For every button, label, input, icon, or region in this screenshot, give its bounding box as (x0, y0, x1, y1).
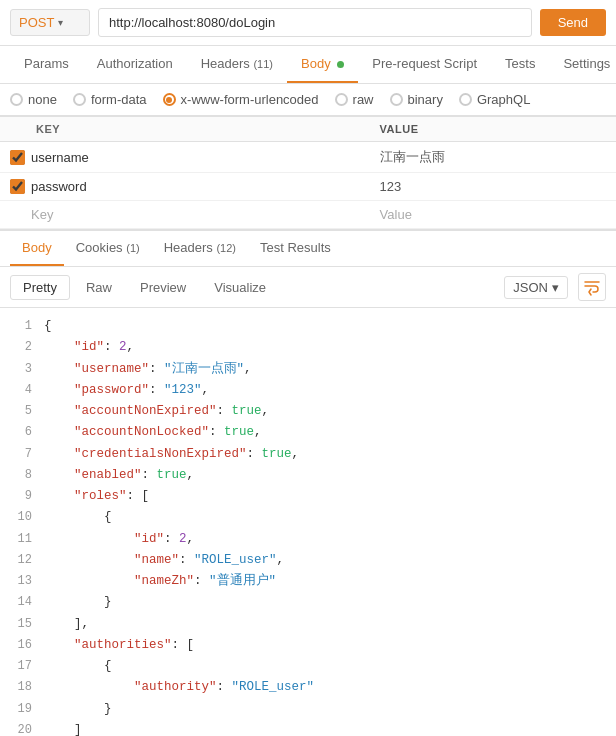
line-code: { (44, 507, 112, 528)
radio-urlencoded-indicator (163, 93, 176, 106)
tab-settings[interactable]: Settings (549, 46, 616, 83)
code-token: , (254, 425, 262, 439)
table-row-empty: Key Value (0, 201, 616, 229)
response-tabs: Body Cookies (1) Headers (12) Test Resul… (0, 231, 616, 267)
response-tab-cookies[interactable]: Cookies (1) (64, 231, 152, 266)
code-token: "123" (164, 383, 202, 397)
method-selector[interactable]: POST ▾ (10, 9, 90, 36)
code-token: true (157, 468, 187, 482)
code-token: : (217, 404, 232, 418)
json-line: 12 "name": "ROLE_user", (10, 550, 606, 571)
method-chevron-icon: ▾ (58, 17, 63, 28)
json-line: 11 "id": 2, (10, 529, 606, 550)
radio-raw[interactable]: raw (335, 92, 374, 107)
json-line: 10 { (10, 507, 606, 528)
line-code: "accountNonExpired": true, (44, 401, 269, 422)
line-code: "enabled": true, (44, 465, 194, 486)
line-code: "username": "江南一点雨", (44, 359, 252, 380)
response-tab-test-results[interactable]: Test Results (248, 231, 343, 266)
code-token: "ROLE_user" (232, 680, 315, 694)
format-preview-button[interactable]: Preview (128, 276, 198, 299)
code-token: true (224, 425, 254, 439)
wrap-text-icon[interactable] (578, 273, 606, 301)
code-token: } (44, 702, 112, 716)
code-token: : (209, 425, 224, 439)
code-token: , (187, 532, 195, 546)
json-line: 18 "authority": "ROLE_user" (10, 677, 606, 698)
headers-badge: (11) (253, 58, 273, 70)
code-token: "enabled" (74, 468, 142, 482)
line-number: 10 (10, 507, 32, 528)
code-token: "credentialsNonExpired" (74, 447, 247, 461)
json-line: 9 "roles": [ (10, 486, 606, 507)
tab-authorization[interactable]: Authorization (83, 46, 187, 83)
code-token: : [ (172, 638, 195, 652)
code-token (44, 383, 74, 397)
tab-prerequest[interactable]: Pre-request Script (358, 46, 491, 83)
format-raw-button[interactable]: Raw (74, 276, 124, 299)
format-pretty-button[interactable]: Pretty (10, 275, 70, 300)
code-token: : (194, 574, 209, 588)
row-1-checkbox[interactable] (10, 150, 25, 165)
code-token: : [ (127, 489, 150, 503)
line-code: "credentialsNonExpired": true, (44, 444, 299, 465)
tab-params[interactable]: Params (10, 46, 83, 83)
radio-binary[interactable]: binary (390, 92, 443, 107)
radio-none-indicator (10, 93, 23, 106)
radio-form-data[interactable]: form-data (73, 92, 147, 107)
row-2-key: password (31, 179, 87, 194)
code-token: } (44, 595, 112, 609)
code-token (44, 362, 74, 376)
tab-headers[interactable]: Headers (11) (187, 46, 287, 83)
radio-raw-indicator (335, 93, 348, 106)
code-token: true (232, 404, 262, 418)
code-token: 2 (119, 340, 127, 354)
row-2-checkbox[interactable] (10, 179, 25, 194)
radio-form-data-indicator (73, 93, 86, 106)
line-number: 19 (10, 699, 32, 720)
json-line: 7 "credentialsNonExpired": true, (10, 444, 606, 465)
line-code: ] (44, 720, 82, 736)
line-number: 7 (10, 444, 32, 465)
response-tab-headers[interactable]: Headers (12) (152, 231, 248, 266)
format-visualize-button[interactable]: Visualize (202, 276, 278, 299)
code-token: "password" (74, 383, 149, 397)
json-line: 6 "accountNonLocked": true, (10, 422, 606, 443)
send-button[interactable]: Send (540, 9, 606, 36)
method-label: POST (19, 15, 54, 30)
response-tab-body[interactable]: Body (10, 231, 64, 266)
code-token: : (179, 553, 194, 567)
code-token (44, 468, 74, 482)
line-number: 20 (10, 720, 32, 736)
line-code: "accountNonLocked": true, (44, 422, 262, 443)
tab-body[interactable]: Body (287, 46, 358, 83)
code-token (44, 340, 74, 354)
json-line: 16 "authorities": [ (10, 635, 606, 656)
url-input[interactable] (98, 8, 532, 37)
new-row-value-placeholder: Value (380, 207, 412, 222)
code-token (44, 680, 134, 694)
line-code: "id": 2, (44, 529, 194, 550)
radio-none[interactable]: none (10, 92, 57, 107)
tab-tests[interactable]: Tests (491, 46, 549, 83)
new-row-key-placeholder: Key (31, 207, 53, 222)
body-type-bar: none form-data x-www-form-urlencoded raw… (0, 84, 616, 116)
format-chevron-icon: ▾ (552, 280, 559, 295)
code-token: : (164, 532, 179, 546)
json-display: 1{2 "id": 2,3 "username": "江南一点雨",4 "pas… (0, 308, 616, 736)
format-type-select[interactable]: JSON ▾ (504, 276, 568, 299)
line-number: 18 (10, 677, 32, 698)
code-token: : (217, 680, 232, 694)
response-headers-badge: (12) (216, 242, 236, 254)
radio-binary-indicator (390, 93, 403, 106)
json-line: 5 "accountNonExpired": true, (10, 401, 606, 422)
line-code: "password": "123", (44, 380, 209, 401)
line-code: ], (44, 614, 89, 635)
line-code: } (44, 592, 112, 613)
radio-urlencoded[interactable]: x-www-form-urlencoded (163, 92, 319, 107)
code-token: "name" (134, 553, 179, 567)
line-code: { (44, 656, 112, 677)
key-column-header: KEY (0, 117, 370, 142)
radio-graphql[interactable]: GraphQL (459, 92, 530, 107)
code-token: ], (44, 617, 89, 631)
